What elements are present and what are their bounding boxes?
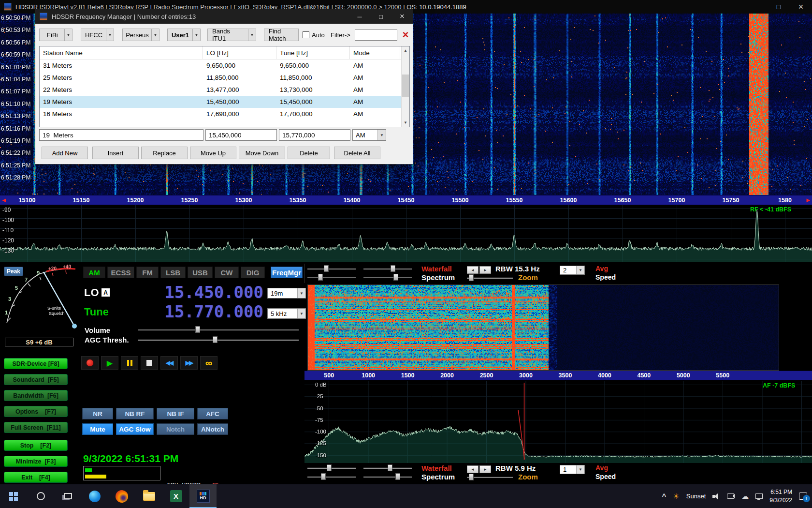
af-frequency-scale[interactable]: 5001000150020002500300035004000450050005… (304, 371, 812, 380)
menu-button[interactable]: Minimize [F3] (4, 456, 68, 467)
taskbar-clock[interactable]: 6:51 PM 9/3/2022 (769, 488, 792, 504)
menu-button[interactable]: Soundcard [F5] (4, 374, 68, 385)
menu-button[interactable]: Exit [F4] (4, 472, 68, 483)
waterfall-brightness-slider-bottom[interactable] (307, 464, 356, 471)
slider-thumb[interactable] (469, 274, 474, 281)
bands-itu1-button[interactable]: Bands ITU1 (207, 29, 249, 41)
mode-fm-button[interactable]: FM (136, 267, 159, 278)
af-spectrum-display[interactable] (304, 381, 812, 463)
slider-thumb[interactable] (321, 473, 326, 480)
bands-dropdown-icon[interactable]: ▼ (248, 29, 256, 41)
lo-band-select[interactable]: 19m ▼ (267, 288, 306, 299)
filter-input[interactable] (355, 30, 397, 41)
slider-thumb[interactable] (391, 265, 395, 272)
slider-thumb[interactable] (393, 274, 398, 281)
stop-playback-button[interactable] (141, 356, 158, 370)
move-up-button[interactable]: Move Up (190, 147, 236, 159)
delete-button[interactable]: Delete (288, 147, 330, 159)
waterfall-contrast-slider-bottom[interactable] (363, 464, 412, 471)
rf-spectrum-display[interactable] (0, 205, 812, 262)
file-explorer-taskbar-button[interactable] (135, 484, 162, 508)
menu-button[interactable]: Stop [F2] (4, 440, 68, 451)
notch-button[interactable]: Notch (157, 423, 194, 435)
tune-frequency-display[interactable]: 15.770.000 (118, 302, 263, 321)
lo-frequency-input[interactable] (205, 129, 277, 141)
table-row[interactable]: 19 Meters 15,450,000 15,450,000 AM (40, 96, 409, 108)
perseus-button[interactable]: Perseus (122, 29, 152, 41)
tray-expand-icon[interactable]: ^ (662, 492, 667, 500)
user1-dropdown-icon[interactable]: ▼ (192, 29, 201, 41)
play-button[interactable]: ▶ (101, 356, 118, 370)
table-scrollbar[interactable]: ▲ ▼ (401, 46, 409, 127)
edge-taskbar-button[interactable] (81, 484, 108, 508)
column-header-lo[interactable]: LO [Hz] (203, 46, 276, 59)
hfcc-button[interactable]: HFCC (81, 29, 107, 41)
column-header-mode[interactable]: Mode (350, 46, 400, 59)
start-button[interactable] (0, 484, 27, 508)
excel-taskbar-button[interactable]: X (162, 484, 189, 508)
afc-button[interactable]: AFC (197, 408, 228, 419)
waterfall-contrast-slider-top[interactable] (363, 265, 412, 272)
waterfall-label-bottom[interactable]: Waterfall (421, 464, 452, 472)
slider-thumb[interactable] (318, 274, 323, 281)
shift-right-button-bottom[interactable]: ► (479, 465, 491, 473)
agc-slider-thumb[interactable] (213, 336, 218, 343)
spectrum-label-top[interactable]: Spectrum (421, 273, 455, 282)
speed-label-bottom[interactable]: Speed (595, 473, 616, 480)
table-row[interactable]: 31 Meters 9,650,000 9,650,000 AM (40, 60, 409, 72)
replace-button[interactable]: Replace (141, 147, 188, 159)
slider-thumb[interactable] (324, 265, 329, 272)
add-new-button[interactable]: Add New (42, 147, 88, 159)
delete-all-button[interactable]: Delete All (334, 147, 380, 159)
shift-left-button-bottom[interactable]: ◄ (467, 465, 478, 473)
volume-icon[interactable] (712, 493, 720, 500)
scrollbar-thumb[interactable] (402, 75, 409, 97)
menu-button[interactable]: Full Screen [F11] (4, 422, 68, 433)
mute-button[interactable]: Mute (82, 423, 113, 435)
spectrum-max-slider-top[interactable] (363, 274, 412, 281)
agc-slow-button[interactable]: AGC Slow (116, 423, 154, 435)
scale-right-arrow-icon[interactable]: ► (805, 197, 812, 203)
volume-slider-thumb[interactable] (195, 326, 200, 333)
rewind-button[interactable]: ◀◀ (160, 356, 178, 370)
close-icon[interactable]: × (790, 0, 812, 14)
nb-rf-button[interactable]: NB RF (116, 408, 154, 419)
cortana-button[interactable] (27, 484, 54, 508)
table-row[interactable]: 22 Meters 13,477,000 13,730,000 AM (40, 84, 409, 96)
pause-button[interactable] (121, 356, 138, 370)
chevron-down-icon[interactable]: ▼ (576, 266, 584, 274)
table-row[interactable]: 25 Meters 11,850,000 11,850,000 AM (40, 72, 409, 84)
spectrum-max-slider-bottom[interactable] (363, 473, 412, 480)
scale-left-arrow-icon[interactable]: ◄ (1, 197, 7, 203)
shift-right-button-top[interactable]: ► (479, 266, 491, 274)
avg-label-bottom[interactable]: Avg (595, 464, 608, 472)
find-match-button[interactable]: Find Match (264, 29, 299, 41)
fast-forward-button[interactable]: ▶▶ (180, 356, 198, 370)
shift-left-button-top[interactable]: ◄ (467, 266, 478, 274)
speed-label-top[interactable]: Speed (595, 273, 616, 281)
mode-cw-button[interactable]: CW (215, 267, 239, 278)
maximize-icon[interactable]: □ (768, 0, 790, 14)
slider-thumb[interactable] (327, 464, 332, 471)
spectrum-min-slider-bottom[interactable] (307, 473, 356, 480)
rf-frequency-scale[interactable]: 1510015150152001525015300153501540015450… (0, 195, 812, 205)
nr-button[interactable]: NR (82, 408, 113, 419)
eibi-button[interactable]: EiBi (39, 29, 65, 41)
dialog-maximize-icon[interactable]: □ (370, 9, 392, 24)
chevron-down-icon[interactable]: ▼ (297, 309, 305, 318)
slider-thumb[interactable] (395, 473, 400, 480)
firefox-taskbar-button[interactable] (108, 484, 135, 508)
agc-threshold-slider[interactable] (138, 336, 299, 343)
insert-button[interactable]: Insert (92, 147, 139, 159)
dialog-minimize-icon[interactable]: ─ (349, 9, 370, 24)
table-row[interactable]: 16 Meters 17,690,000 17,700,000 AM (40, 108, 409, 120)
chevron-down-icon[interactable]: ▼ (576, 465, 584, 474)
lo-frequency-display[interactable]: 15.450.000 (118, 283, 263, 302)
zoom-slider-bottom[interactable] (467, 474, 513, 480)
slider-thumb[interactable] (388, 464, 392, 471)
mode-usb-button[interactable]: USB (188, 267, 213, 278)
nb-if-button[interactable]: NB IF (157, 408, 194, 419)
tray-app-label[interactable]: Sunset (686, 493, 706, 500)
zoom-select-bottom[interactable]: 1 ▼ (560, 465, 585, 474)
loop-button[interactable]: ∞ (200, 356, 218, 370)
